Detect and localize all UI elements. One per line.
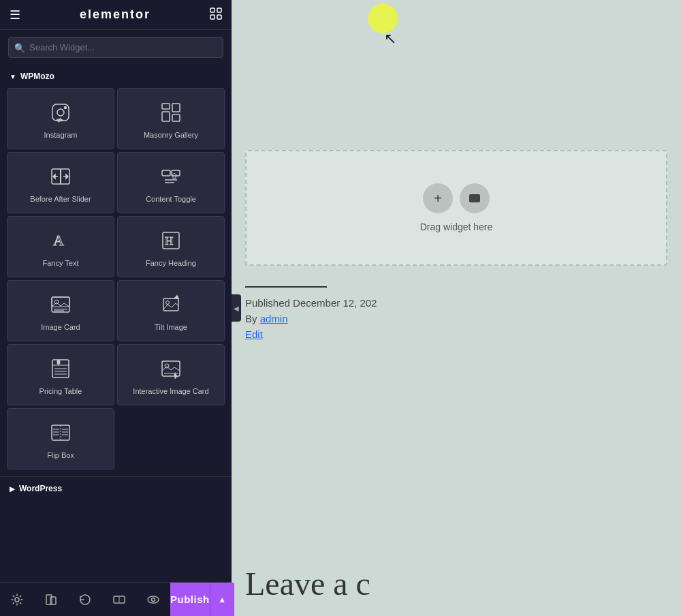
responsive-button[interactable] [102, 583, 136, 617]
bottom-toolbar: Publish ▲ [0, 582, 232, 616]
collapse-handle[interactable]: ◀ [232, 294, 241, 322]
preview-button[interactable] [136, 583, 170, 617]
image-card-icon [48, 292, 73, 317]
canvas-area: ↖ + Drag widget here Published December … [232, 0, 681, 616]
fancy-heading-icon: H [159, 228, 183, 253]
svg-point-57 [148, 596, 159, 603]
svg-rect-29 [163, 298, 178, 311]
published-info: Published December 12, 202 By admin Edit [245, 286, 681, 341]
svg-marker-14 [53, 174, 55, 179]
widget-item-flip-box[interactable]: Flip Box [7, 408, 114, 469]
svg-point-58 [152, 598, 155, 601]
left-panel: ☰ elementor 🔍 ▼ WPMozo [0, 0, 232, 616]
published-divider [245, 286, 327, 288]
cursor-arrow-icon: ↖ [384, 31, 396, 46]
svg-point-5 [57, 109, 64, 116]
svg-rect-16 [162, 170, 170, 176]
widget-item-before-after-slider[interactable]: Before After Slider [7, 152, 114, 213]
add-template-button[interactable] [460, 183, 490, 213]
widget-label-image-card: Image Card [41, 322, 80, 332]
widget-item-tilt-image[interactable]: Tilt Image [117, 280, 225, 341]
leave-comment-heading: Leave a c [245, 565, 370, 602]
edit-link[interactable]: Edit [245, 328, 263, 340]
svg-rect-2 [210, 15, 215, 19]
history-button[interactable] [68, 583, 102, 617]
wpmozo-section-header[interactable]: ▼ WPMozo [0, 65, 232, 85]
chevron-up-icon: ▲ [218, 595, 226, 604]
svg-text:A: A [53, 232, 64, 249]
wpmozo-arrow-icon: ▼ [10, 73, 16, 80]
widget-label-instagram: Instagram [44, 130, 78, 140]
widgets-panel: ▼ WPMozo </> Instagram [0, 65, 232, 582]
publish-btn-wrapper: Publish ▲ [170, 583, 234, 617]
widget-label-interactive-image-card: Interactive Image Card [133, 386, 208, 396]
content-toggle-icon [159, 164, 183, 189]
svg-rect-11 [172, 114, 180, 121]
widget-item-pricing-table[interactable]: $ Pricing Table [7, 344, 114, 405]
svg-rect-3 [217, 15, 221, 19]
published-by-user-link[interactable]: admin [260, 313, 288, 324]
svg-rect-54 [50, 597, 56, 604]
svg-marker-15 [66, 174, 68, 179]
interactive-image-card-icon [159, 356, 183, 381]
before-after-icon [48, 164, 73, 189]
grid-icon[interactable] [210, 7, 222, 22]
flip-box-icon [48, 420, 73, 445]
add-widget-button[interactable]: + [423, 183, 453, 213]
svg-text:</>: </> [57, 118, 63, 122]
svg-rect-0 [210, 8, 215, 12]
svg-rect-9 [172, 104, 180, 112]
widget-label-tilt-image: Tilt Image [155, 322, 187, 332]
pricing-table-icon: $ [48, 356, 73, 381]
widget-item-instagram[interactable]: </> Instagram [7, 88, 114, 149]
wordpress-section-header[interactable]: ▶ WordPress [0, 476, 232, 497]
layers-button[interactable] [34, 583, 68, 617]
svg-point-30 [166, 301, 170, 304]
published-by-label: By [245, 313, 257, 324]
hamburger-icon[interactable]: ☰ [10, 7, 20, 22]
drag-label: Drag widget here [420, 221, 493, 232]
widget-item-fancy-heading[interactable]: H Fancy Heading [117, 216, 225, 277]
collapse-arrow-icon: ◀ [234, 305, 239, 312]
svg-text:H: H [165, 234, 173, 247]
wordpress-arrow-icon: ▶ [10, 485, 15, 493]
published-edit: Edit [245, 328, 681, 341]
svg-text:$: $ [57, 360, 60, 365]
publish-button[interactable]: Publish [170, 583, 210, 617]
svg-rect-10 [162, 112, 170, 121]
widget-label-before-after: Before After Slider [30, 194, 91, 204]
published-date: Published December 12, 202 [245, 297, 681, 309]
brand-logo: elementor [80, 7, 151, 22]
widget-label-fancy-text: Fancy Text [43, 258, 79, 268]
widget-label-pricing-table: Pricing Table [39, 386, 82, 396]
settings-button[interactable] [0, 583, 34, 617]
widget-item-fancy-text[interactable]: A Fancy Text [7, 216, 114, 277]
toolbar-icons [0, 583, 170, 617]
svg-rect-53 [46, 595, 52, 604]
search-icon: 🔍 [14, 42, 25, 52]
widget-label-content-toggle: Content Toggle [146, 194, 196, 204]
widget-label-masonry-gallery: Masonry Gallery [144, 130, 198, 140]
instagram-icon: </> [48, 100, 73, 125]
masonry-gallery-icon [159, 100, 183, 125]
search-area: 🔍 [0, 30, 232, 65]
svg-rect-44 [52, 425, 69, 440]
search-input[interactable] [8, 37, 223, 58]
top-bar: ☰ elementor [0, 0, 232, 30]
search-wrapper: 🔍 [8, 37, 223, 58]
drag-widget-area[interactable]: + Drag widget here [245, 150, 667, 266]
widget-label-fancy-heading: Fancy Heading [146, 258, 196, 268]
drag-action-buttons: + [423, 183, 490, 213]
widget-item-interactive-image-card[interactable]: Interactive Image Card [117, 344, 225, 405]
published-by: By admin [245, 313, 681, 324]
cursor-indicator [368, 3, 398, 33]
publish-chevron-button[interactable]: ▲ [210, 583, 234, 617]
widget-item-image-card[interactable]: Image Card [7, 280, 114, 341]
wordpress-section-label: WordPress [19, 484, 62, 493]
wpmozo-section-label: WPMozo [20, 72, 54, 81]
fancy-text-icon: A [48, 228, 73, 253]
widget-item-masonry-gallery[interactable]: Masonry Gallery [117, 88, 225, 149]
widget-label-flip-box: Flip Box [47, 450, 74, 460]
widget-item-content-toggle[interactable]: Content Toggle [117, 152, 225, 213]
svg-point-52 [15, 598, 19, 602]
